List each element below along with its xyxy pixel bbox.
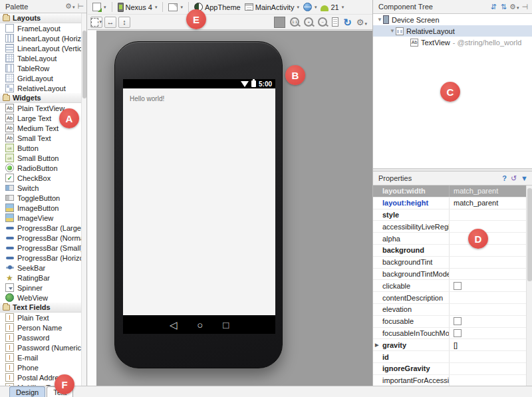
expand-arrow-icon[interactable]: ▶ [375, 342, 378, 348]
palette-item-webview[interactable]: WebView [0, 293, 81, 303]
device-screen-preview[interactable]: 5:00 Hello world! ◁ ○ □ [123, 79, 275, 334]
palette-item-progressbar-normal[interactable]: ProgressBar (Normal) [0, 233, 81, 243]
palette-item-seekbar[interactable]: SeekBar [0, 263, 81, 273]
property-row-gravity[interactable]: ▶gravity[] [373, 339, 532, 351]
tab-design[interactable]: Design [9, 386, 45, 397]
hello-world-textview[interactable]: Hello world! [130, 95, 164, 102]
property-value[interactable] [450, 245, 532, 256]
palette-item-password-numeric[interactable]: Password (Numeric) [0, 342, 81, 352]
property-checkbox[interactable] [454, 282, 462, 290]
refresh-icon[interactable]: ↻ [343, 17, 352, 27]
palette-item-person-name[interactable]: Person Name [0, 323, 81, 332]
property-value[interactable] [450, 233, 532, 244]
match-height-button[interactable]: ↕ [118, 17, 130, 28]
configuration-button[interactable]: ▾ [90, 1, 108, 14]
activity-selector[interactable]: MainActivity▾ [243, 1, 301, 14]
property-row-background[interactable]: background [373, 245, 532, 257]
property-checkbox[interactable] [454, 329, 462, 337]
palette-item-progressbar-horizontal[interactable]: ProgressBar (Horizontal) [0, 253, 81, 263]
design-canvas[interactable]: 5:00 Hello world! ◁ ○ □ [88, 31, 372, 386]
layout-preview-content[interactable]: Hello world! [123, 88, 275, 315]
palette-category-widgets[interactable]: Widgets [0, 93, 81, 103]
palette-item-ratingbar[interactable]: RatingBar [0, 273, 81, 283]
api-version-selector[interactable]: 21▾ [319, 1, 346, 14]
zoom-out-button[interactable]: − [318, 17, 327, 27]
toolbar-gear-icon[interactable]: ⚙▾ [356, 18, 367, 27]
properties-scrollbar-thumb[interactable] [527, 188, 532, 281]
palette-item-plain-text[interactable]: Plain Text [0, 313, 81, 323]
properties-scrollbar[interactable] [526, 186, 532, 386]
preview-file-icon[interactable] [332, 17, 338, 27]
palette-item-switch[interactable]: Switch [0, 183, 81, 193]
zoom-fit-button[interactable]: ▾ [90, 17, 102, 28]
palette-minimize-icon[interactable]: ⊢ [77, 3, 84, 10]
palette-item-progressbar-large[interactable]: ProgressBar (Large) [0, 223, 81, 233]
palette-item-linearlayout-horizontal[interactable]: LinearLayout (Horizontal) [0, 33, 81, 43]
locale-selector[interactable]: ▾ [301, 1, 319, 14]
orientation-selector[interactable]: ▾ [166, 1, 185, 14]
zoom-actual-button[interactable]: 1:1 [290, 17, 299, 27]
property-value[interactable] [450, 328, 532, 339]
property-value[interactable] [450, 363, 532, 374]
property-row-contentdescription[interactable]: contentDescription [373, 292, 532, 304]
palette-item-framelayout[interactable]: FrameLayout [0, 23, 81, 33]
property-checkbox[interactable] [454, 317, 462, 325]
palette-item-radiobutton[interactable]: RadioButton [0, 163, 81, 173]
palette-scrollbar-thumb[interactable] [82, 31, 86, 98]
palette-item-imageview[interactable]: ImageView [0, 213, 81, 223]
palette-item-button[interactable]: Button [0, 143, 81, 153]
property-row-backgroundtint[interactable]: backgroundTint [373, 257, 532, 269]
expand-all-icon[interactable]: ⇵ [491, 3, 497, 11]
palette-item-relativelayout[interactable]: RelativeLayout [0, 83, 81, 93]
reset-icon[interactable]: ↺ [511, 175, 517, 182]
property-value[interactable]: match_parent [450, 186, 532, 197]
palette-item-checkbox[interactable]: CheckBox [0, 173, 81, 183]
palette-item-imagebutton[interactable]: ImageButton [0, 203, 81, 213]
help-icon[interactable]: ? [502, 175, 507, 182]
palette-item-gridlayout[interactable]: GridLayout [0, 73, 81, 83]
property-row-layout-width[interactable]: layout:widthmatch_parent [373, 186, 532, 198]
property-value[interactable] [450, 351, 532, 362]
chevron-down-icon[interactable]: ▼ [389, 28, 396, 34]
property-value[interactable] [450, 280, 532, 291]
property-row-focusableintouchmode[interactable]: focusableInTouchMode [373, 328, 532, 340]
property-value[interactable]: match_parent [450, 198, 532, 209]
device-selector[interactable]: Nexus 4▾ [116, 1, 160, 14]
palette-item-togglebutton[interactable]: ToggleButton [0, 193, 81, 203]
property-value[interactable]: [] [450, 339, 532, 350]
property-row-alpha[interactable]: alpha [373, 233, 532, 245]
palette-gear-icon[interactable]: ⚙▾ [65, 3, 74, 10]
palette-scrollbar[interactable] [81, 13, 86, 386]
palette-item-e-mail[interactable]: E-mail [0, 352, 81, 362]
property-value[interactable] [450, 209, 532, 221]
property-row-focusable[interactable]: focusable [373, 316, 532, 328]
property-value[interactable] [450, 269, 532, 280]
palette-item-tablelayout[interactable]: TableLayout [0, 53, 81, 63]
property-value[interactable] [450, 292, 532, 303]
tree-node-relativelayout[interactable]: ▼ RelativeLayout [373, 25, 532, 37]
property-row-elevation[interactable]: elevation [373, 304, 532, 316]
property-row-clickable[interactable]: clickable [373, 280, 532, 292]
color-swatch[interactable] [274, 17, 285, 28]
tree-minimize-icon[interactable]: ⊣ [521, 3, 528, 11]
property-row-ignoregravity[interactable]: ignoreGravity [373, 363, 532, 375]
palette-category-text-fields[interactable]: Text Fields [0, 303, 81, 313]
property-value[interactable] [450, 221, 532, 232]
zoom-in-button[interactable]: + [304, 17, 313, 27]
palette-item-tablerow[interactable]: TableRow [0, 63, 81, 73]
collapse-all-icon[interactable]: ⇅ [501, 3, 507, 11]
property-row-importantforaccessibility[interactable]: importantForAccessibility [373, 375, 532, 386]
palette-item-progressbar-small[interactable]: ProgressBar (Small) [0, 243, 81, 253]
palette-item-spinner[interactable]: Spinner [0, 283, 81, 293]
palette-item-password[interactable]: Password [0, 332, 81, 342]
tree-node-textview[interactable]: TextView - @string/hello_world [373, 37, 532, 48]
palette-item-phone[interactable]: Phone [0, 362, 81, 372]
property-row-backgroundtintmode[interactable]: backgroundTintMode [373, 269, 532, 281]
property-value[interactable] [450, 304, 532, 315]
property-value[interactable] [450, 257, 532, 268]
palette-item-small-text[interactable]: Small Text [0, 133, 81, 143]
filter-icon[interactable]: ▼ [521, 175, 528, 182]
property-row-accessibilityliveregion[interactable]: accessibilityLiveRegion [373, 221, 532, 233]
tree-gear-icon[interactable]: ⚙▾ [509, 3, 519, 11]
property-row-style[interactable]: style [373, 209, 532, 221]
